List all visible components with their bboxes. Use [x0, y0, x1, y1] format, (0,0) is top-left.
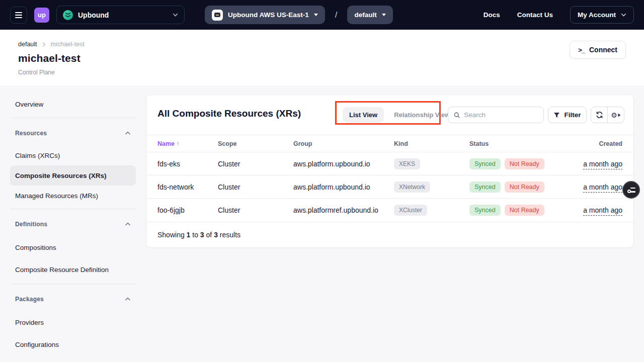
sidebar-item-functions[interactable]: Functions [10, 355, 136, 362]
sidebar-item-overview[interactable]: Overview [10, 94, 136, 115]
sort-ascending-icon: ↑ [177, 140, 180, 147]
breadcrumb-chevron-icon [42, 42, 46, 47]
sidebar-section-definitions[interactable]: Definitions [10, 212, 136, 236]
panel-title: All Composite Resources (XRs) [157, 108, 301, 119]
sidebar-item-claims-xrcs[interactable]: Claims (XRCs) [10, 145, 136, 165]
status-badge-not-ready: Not Ready [505, 205, 544, 216]
sidebar-item-label: Providers [15, 319, 44, 326]
sidebar-item-label: Compositions [15, 244, 56, 251]
gear-play-icon: ⚙ [611, 112, 621, 119]
tab-list-view[interactable]: List View [343, 107, 384, 123]
table-header-row: Name ↑ Scope Group Kind Status Created [146, 135, 633, 152]
column-header-status[interactable]: Status [469, 135, 562, 152]
sidebar-item-compositions[interactable]: Compositions [10, 236, 136, 258]
sidebar-item-label: Composite Resources (XRs) [15, 172, 107, 179]
results-summary: Showing 1 to 3 of 3 results [146, 222, 633, 247]
status-badge-not-ready: Not Ready [505, 158, 544, 169]
created-timestamp[interactable]: a month ago [583, 160, 622, 169]
path-separator: / [335, 10, 338, 20]
connect-label: Connect [589, 46, 617, 54]
cell-created: a month ago [562, 152, 633, 175]
caret-down-icon [382, 14, 386, 16]
cell-status: Synced Not Ready [469, 152, 562, 175]
kind-badge: XCluster [394, 205, 427, 216]
created-timestamp[interactable]: a month ago [583, 183, 622, 193]
docs-link[interactable]: Docs [484, 11, 500, 19]
search-box [448, 107, 544, 123]
tab-relationship-view[interactable]: Relationship View [387, 107, 456, 123]
column-header-kind[interactable]: Kind [394, 135, 469, 152]
contact-us-link[interactable]: Contact Us [517, 11, 553, 19]
sidebar-item-label: Claims (XRCs) [15, 152, 60, 159]
cell-kind: XNetwork [394, 175, 469, 199]
group-name: default [354, 11, 376, 19]
breadcrumb-parent[interactable]: default [18, 41, 37, 48]
sidebar-item-label: Configurations [15, 341, 59, 348]
top-navbar: up Upbound Upbound AWS US-East-1 / defau… [0, 0, 644, 30]
cell-status: Synced Not Ready [469, 199, 562, 222]
caret-down-icon [314, 14, 318, 16]
column-header-name[interactable]: Name ↑ [146, 135, 218, 152]
chevron-up-icon [125, 221, 131, 227]
composite-resources-panel: All Composite Resources (XRs) List View … [146, 95, 634, 248]
group-dropdown[interactable]: default [347, 6, 392, 24]
organization-icon [63, 10, 73, 20]
table-row[interactable]: fds-eks Cluster aws.platform.upbound.io … [146, 152, 633, 175]
page-subtitle: Control Plane [18, 69, 626, 76]
connect-button[interactable]: >_ Connect [570, 41, 626, 59]
sidebar-item-composite-resources-xrs[interactable]: Composite Resources (XRs) [10, 165, 136, 186]
sidebar-section-packages[interactable]: Packages [10, 287, 136, 311]
cell-scope: Cluster [218, 175, 293, 199]
control-plane-dropdown[interactable]: Upbound AWS US-East-1 [205, 6, 325, 24]
section-label: Resources [15, 130, 47, 137]
kind-badge: XEKS [394, 158, 420, 169]
cell-name[interactable]: fds-network [146, 175, 218, 199]
cell-name[interactable]: fds-eks [146, 152, 218, 175]
kind-badge: XNetwork [394, 182, 430, 193]
table-row[interactable]: fds-network Cluster aws.platform.upbound… [146, 175, 633, 199]
chevron-up-icon [125, 296, 131, 302]
terminal-icon: >_ [578, 46, 585, 54]
created-timestamp[interactable]: a month ago [583, 206, 622, 216]
feedback-widget-button[interactable] [622, 181, 640, 199]
column-label: Group [293, 140, 312, 147]
section-label: Packages [15, 296, 44, 303]
organization-name: Upbound [78, 11, 109, 19]
upbound-logo-text: up [38, 11, 46, 19]
column-label: Name [157, 140, 175, 147]
status-badge-synced: Synced [469, 182, 501, 193]
column-header-group[interactable]: Group [293, 135, 394, 152]
cell-kind: XEKS [394, 152, 469, 175]
refresh-button[interactable] [591, 107, 608, 123]
column-label: Scope [218, 140, 237, 147]
filter-label: Filter [564, 111, 581, 119]
cell-status: Synced Not Ready [469, 175, 562, 199]
filter-button[interactable]: Filter [548, 107, 587, 123]
sidebar-item-configurations[interactable]: Configurations [10, 333, 136, 355]
status-badge-not-ready: Not Ready [505, 182, 544, 193]
auto-refresh-settings-button[interactable]: ⚙ [608, 107, 624, 123]
column-label: Created [599, 140, 622, 147]
sidebar-item-managed-resources-mrs[interactable]: Managed Resources (MRs) [10, 186, 136, 206]
column-header-scope[interactable]: Scope [218, 135, 293, 152]
results-total: 3 [214, 231, 218, 239]
sidebar: Overview Resources Claims (XRCs) Composi… [10, 94, 136, 362]
chevron-down-icon [173, 12, 178, 18]
checklist-icon [627, 187, 635, 193]
hamburger-menu-button[interactable] [10, 7, 27, 24]
control-plane-icon [212, 10, 223, 21]
upbound-logo[interactable]: up [34, 8, 49, 23]
status-badge-synced: Synced [469, 158, 501, 169]
table-row[interactable]: foo-6jgjb Cluster aws.platformref.upboun… [146, 199, 633, 222]
my-account-button[interactable]: My Account [570, 6, 634, 24]
cell-name[interactable]: foo-6jgjb [146, 199, 218, 222]
sidebar-section-resources[interactable]: Resources [10, 121, 136, 145]
sidebar-item-providers[interactable]: Providers [10, 311, 136, 333]
column-header-created[interactable]: Created [562, 135, 633, 152]
sidebar-divider [10, 209, 136, 209]
cell-scope: Cluster [218, 152, 293, 175]
table-actions-group: ⚙ [591, 107, 624, 123]
sidebar-item-composite-resource-definition[interactable]: Composite Resource Definition [10, 258, 136, 281]
organization-dropdown[interactable]: Upbound [56, 6, 185, 24]
search-input[interactable] [464, 111, 538, 119]
